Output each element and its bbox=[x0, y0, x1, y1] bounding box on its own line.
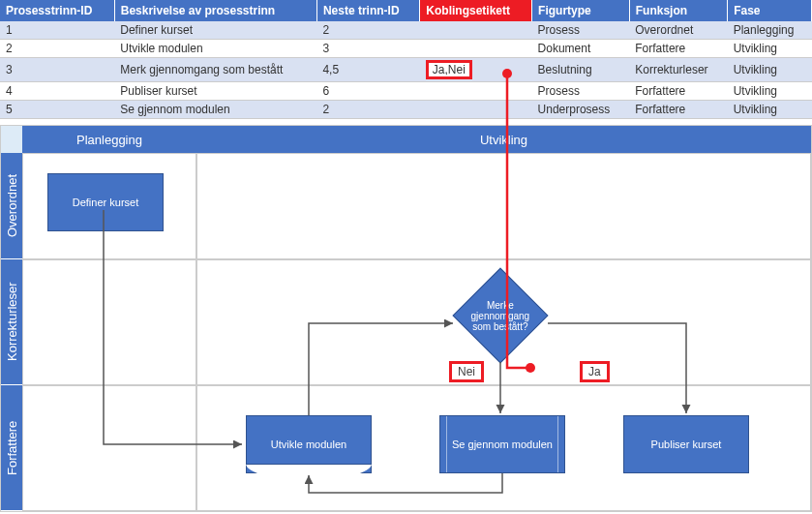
col-role: Funksjon bbox=[629, 0, 727, 21]
phase-header-planning: Planlegging bbox=[22, 126, 196, 153]
lane-header-author: Forfattere bbox=[1, 385, 22, 511]
cell-next: 4,5 bbox=[316, 58, 419, 82]
cell-next: 2 bbox=[316, 21, 419, 40]
decision-text: Merke gjennomgang som bestått? bbox=[471, 300, 530, 332]
cell-phase: Utvikling bbox=[728, 82, 812, 101]
cell-desc: Publiser kurset bbox=[114, 82, 316, 101]
table-row: 3 Merk gjennomgang som bestått 4,5 Ja,Ne… bbox=[0, 58, 812, 82]
cell-id: 1 bbox=[0, 21, 114, 40]
col-step-id: Prosesstrinn-ID bbox=[0, 0, 114, 21]
col-connector: Koblingsetikett bbox=[420, 0, 532, 21]
lane-proof-planning bbox=[22, 259, 196, 385]
branch-label-no: Nei bbox=[449, 361, 484, 382]
swimlane-corner bbox=[1, 126, 22, 153]
cell-desc: Utvikle modulen bbox=[114, 40, 316, 58]
cell-shape: Prosess bbox=[532, 82, 630, 101]
cell-desc: Merk gjennomgang som bestått bbox=[114, 58, 316, 82]
cell-next: 3 bbox=[316, 40, 419, 58]
branch-label-yes: Ja bbox=[580, 361, 610, 382]
col-shape: Figurtype bbox=[532, 0, 630, 21]
cell-next: 2 bbox=[316, 101, 419, 119]
lane-proof-dev: Merke gjennomgang som bestått? Nei Ja bbox=[196, 259, 811, 385]
col-phase: Fase bbox=[728, 0, 812, 21]
cell-role: Overordnet bbox=[629, 21, 727, 40]
cell-shape: Dokument bbox=[532, 40, 630, 58]
shape-decision: Merke gjennomgang som bestått? bbox=[453, 268, 549, 364]
cell-role: Forfattere bbox=[629, 101, 727, 119]
cell-id: 2 bbox=[0, 40, 114, 58]
cell-conn bbox=[420, 82, 532, 101]
lane-owner-dev bbox=[196, 153, 811, 259]
cell-id: 5 bbox=[0, 101, 114, 119]
cell-role: Korrekturleser bbox=[629, 58, 727, 82]
cell-id: 3 bbox=[0, 58, 114, 82]
col-desc: Beskrivelse av prosesstrinn bbox=[114, 0, 316, 21]
cell-id: 4 bbox=[0, 82, 114, 101]
lane-header-owner: Overordnet bbox=[1, 153, 22, 259]
cell-phase: Utvikling bbox=[728, 40, 812, 58]
table-row: 4 Publiser kurset 6 Prosess Forfattere U… bbox=[0, 82, 812, 101]
shape-review-module: Se gjennom modulen bbox=[439, 415, 565, 473]
cell-conn bbox=[420, 40, 532, 58]
phase-header-dev: Utvikling bbox=[196, 126, 811, 153]
cell-desc: Definer kurset bbox=[114, 21, 316, 40]
cell-phase: Planlegging bbox=[728, 21, 812, 40]
table-row: 5 Se gjennom modulen 2 Underprosess Forf… bbox=[0, 101, 812, 119]
cell-desc: Se gjennom modulen bbox=[114, 101, 316, 119]
table-row: 2 Utvikle modulen 3 Dokument Forfattere … bbox=[0, 40, 812, 58]
cell-shape: Prosess bbox=[532, 21, 630, 40]
col-next: Neste trinn-ID bbox=[316, 0, 419, 21]
shape-define-course: Definer kurset bbox=[47, 173, 164, 231]
table-row: 1 Definer kurset 2 Prosess Overordnet Pl… bbox=[0, 21, 812, 40]
cell-phase: Utvikling bbox=[728, 101, 812, 119]
cell-role: Forfattere bbox=[629, 82, 727, 101]
cell-shape: Beslutning bbox=[532, 58, 630, 82]
shape-publish-course: Publiser kurset bbox=[623, 415, 749, 473]
cell-conn bbox=[420, 101, 532, 119]
lane-author-planning bbox=[22, 385, 196, 511]
connector-label-highlight: Ja,Nei bbox=[426, 60, 472, 79]
lane-author-dev: Utvikle modulen Se gjennom modulen Publi… bbox=[196, 385, 811, 511]
shape-develop-module: Utvikle modulen bbox=[246, 415, 372, 473]
cell-conn: Ja,Nei bbox=[420, 58, 532, 82]
process-table: Prosesstrinn-ID Beskrivelse av prosesstr… bbox=[0, 0, 812, 119]
cell-conn bbox=[420, 21, 532, 40]
swimlane-diagram: Planlegging Utvikling Overordnet Definer… bbox=[0, 125, 812, 512]
cell-role: Forfattere bbox=[629, 40, 727, 58]
cell-next: 6 bbox=[316, 82, 419, 101]
lane-owner-planning: Definer kurset bbox=[22, 153, 196, 259]
cell-shape: Underprosess bbox=[532, 101, 630, 119]
cell-phase: Utvikling bbox=[728, 58, 812, 82]
lane-header-proof: Korrekturleser bbox=[1, 259, 22, 385]
